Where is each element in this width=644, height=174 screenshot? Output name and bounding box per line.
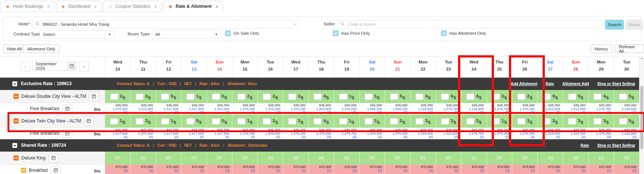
allotment-input[interactable] [415,93,424,100]
calendar-button[interactable] [62,105,72,113]
allotment-input[interactable] [263,118,271,125]
has-price-only-checkbox[interactable]: Has Price Only [333,30,370,36]
allotment-input[interactable] [135,93,144,100]
allotment-input[interactable] [466,93,474,100]
day-header-fri-19[interactable]: Fri19 [334,56,360,77]
allotment-input[interactable] [390,118,398,125]
seller-search-field[interactable] [338,20,602,28]
allotment-input[interactable] [619,93,627,100]
close-icon[interactable]: × [215,4,218,9]
allotment-input[interactable] [237,118,245,125]
star-icon[interactable]: ☆ [108,4,113,9]
day-header-tue-16[interactable]: Tue16 [258,56,283,77]
allotment-input[interactable] [390,93,398,100]
allotment-input[interactable] [110,118,118,125]
day-header-sun-14[interactable]: Sun14 [207,56,232,77]
calendar-button[interactable] [89,92,99,101]
next-month-button[interactable]: › [79,62,89,71]
day-header-tue-30[interactable]: Tue30 [614,56,640,77]
day-header-thu-25[interactable]: Thu25 [487,56,512,77]
seller-input[interactable] [347,22,599,27]
day-header-mon-22[interactable]: Mon22 [410,56,436,77]
on-sale-only-checkbox[interactable]: On Sale Only [225,30,259,36]
stop-or-start-selling-link[interactable]: Stop or Start Selling [597,143,635,147]
star-icon[interactable]: ★ [168,4,173,9]
allotment-input[interactable] [135,118,144,125]
allotment-input[interactable] [186,118,195,125]
allotment-input[interactable] [212,93,220,100]
day-header-sun-28[interactable]: Sun28 [563,56,589,77]
day-header-tue-23[interactable]: Tue23 [436,56,461,77]
allotment-input[interactable] [237,93,245,100]
day-header-mon-29[interactable]: Mon29 [589,56,614,77]
allotment-input[interactable] [415,118,424,125]
star-icon[interactable]: ★ [61,4,65,9]
checkbox-checked-icon[interactable] [225,30,231,36]
allotment-input[interactable] [517,118,525,125]
tab-rate-allotment[interactable]: ★Rate & Allotment× [164,1,223,12]
day-header-sat-20[interactable]: Sat20 [360,56,385,77]
room-collapse-icon[interactable] [13,118,19,124]
close-icon[interactable]: × [94,4,97,9]
allotment-input[interactable] [161,93,169,100]
room-collapse-icon[interactable] [13,155,19,161]
tab-coupon-statistics[interactable]: ☆Coupon Statistics× [103,1,162,12]
scroll-up-icon[interactable]: ▲ [640,57,644,59]
day-header-fri-12[interactable]: Fri12 [156,56,181,77]
day-header-sat-27[interactable]: Sat27 [538,56,563,77]
hotel-input[interactable] [42,22,291,27]
prev-month-button[interactable]: ‹ [21,62,30,71]
tab-hotel-bookings[interactable]: ★Hotel Bookings× [1,1,55,12]
allotment-input[interactable] [288,118,296,125]
allotment-input[interactable] [314,93,322,100]
has-allotment-only-checkbox[interactable]: Has Allotment Only [441,30,486,36]
day-header-mon-15[interactable]: Mon15 [232,56,258,77]
room-collapse-icon[interactable] [13,94,19,99]
calendar-icon[interactable] [67,62,76,70]
allotment-input[interactable] [593,93,602,100]
checkbox-checked-icon[interactable] [333,30,339,36]
tab-dashboard[interactable]: ★Dashboard× [56,1,102,12]
release-all-button[interactable]: Release All [615,44,644,53]
allotment-input[interactable] [517,93,525,100]
allotment-input[interactable] [339,93,347,100]
day-header-thu-18[interactable]: Thu18 [309,56,334,77]
day-header-wed-10[interactable]: Wed10 [105,56,131,77]
add-allotment-link[interactable]: Add Allotment [511,81,537,86]
allotment-input[interactable] [492,118,500,125]
day-header-wed-24[interactable]: Wed24 [461,56,487,77]
close-icon[interactable]: × [154,4,157,9]
room-type-select[interactable]: All▼ [152,30,221,38]
calendar-button[interactable] [62,129,72,138]
allotment-input[interactable] [593,118,602,125]
allotment-input[interactable] [263,93,271,100]
meal-collapse-icon[interactable] [21,168,26,173]
day-header-thu-11[interactable]: Thu11 [131,56,156,77]
allotment-input[interactable] [364,118,373,125]
allotment-input[interactable] [288,93,296,100]
collapse-icon[interactable] [12,143,17,148]
stop-or-start-selling-link[interactable]: Stop or Start Selling [597,81,635,86]
reset-button[interactable]: Reset [626,20,643,29]
allotment-input[interactable] [441,93,449,100]
calendar-button[interactable] [51,166,61,174]
star-icon[interactable]: ★ [6,4,10,9]
allotment-input[interactable] [110,93,118,100]
allotment-input[interactable] [314,118,322,125]
calendar-button[interactable] [84,117,94,125]
day-header-sun-21[interactable]: Sun21 [385,56,410,77]
allotment-input[interactable] [441,118,449,125]
close-icon[interactable]: × [47,4,50,9]
day-header-fri-26[interactable]: Fri26 [512,56,538,77]
day-header-wed-17[interactable]: Wed17 [283,56,309,77]
clear-icon[interactable]: × [293,22,296,27]
calendar-button[interactable] [49,154,58,162]
allotment-input[interactable] [161,118,169,125]
scrollbar-thumb[interactable] [640,86,643,149]
allotment-input[interactable] [466,118,474,125]
allotment-input[interactable] [212,118,220,125]
allotment-input[interactable] [543,93,551,100]
rate-link[interactable]: Rate [580,143,589,147]
allotment-input[interactable] [186,93,195,100]
vertical-scrollbar[interactable]: ▲ [639,56,644,174]
